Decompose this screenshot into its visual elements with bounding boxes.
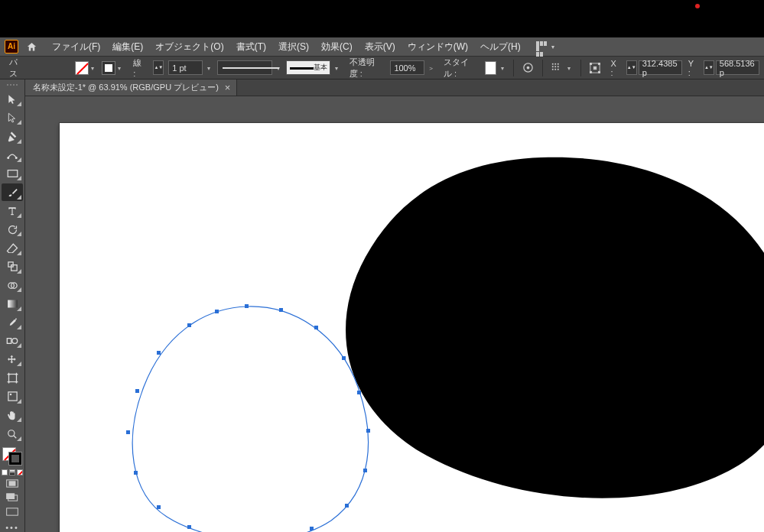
transform-anchor-icon[interactable] xyxy=(589,60,602,76)
opacity-popup-arrow-icon[interactable]: > xyxy=(429,65,434,71)
stroke-weight-field[interactable]: 1 pt xyxy=(168,60,203,75)
color-mode-gradient-icon[interactable] xyxy=(9,469,15,475)
menu-help[interactable]: ヘルプ(H) xyxy=(474,37,527,56)
stroke-dropdown-arrow-icon[interactable]: ▾ xyxy=(118,65,124,71)
x-coord-field[interactable]: 312.4385 p xyxy=(639,60,682,75)
gradient-tool[interactable] xyxy=(2,295,23,312)
stroke-swatch-group: ▾ xyxy=(102,61,124,75)
fill-swatch-group: ▾ xyxy=(75,61,97,75)
selected-outline-shape[interactable] xyxy=(117,299,377,532)
black-blob-shape[interactable] xyxy=(312,150,764,509)
blend-tool[interactable] xyxy=(2,332,23,349)
document-area: 名称未設定-1* @ 63.91% (RGB/GPU プレビュー) × xyxy=(25,79,764,532)
selection-tool[interactable] xyxy=(2,91,23,108)
symbol-sprayer-tool[interactable] xyxy=(2,351,23,368)
fill-dropdown-arrow-icon[interactable]: ▾ xyxy=(91,65,97,71)
y-coord-stepper[interactable]: ▲▼ xyxy=(704,60,714,75)
stroke-weight-value: 1 pt xyxy=(172,63,186,73)
menu-effect[interactable]: 効果(C) xyxy=(315,37,359,56)
menu-file[interactable]: ファイル(F) xyxy=(46,37,106,56)
slice-tool[interactable] xyxy=(2,388,23,405)
x-coord-label: X : xyxy=(606,59,625,77)
eraser-tool[interactable] xyxy=(2,239,23,256)
workspace-switcher-icon[interactable] xyxy=(536,41,548,52)
direct-selection-tool[interactable] xyxy=(2,109,23,126)
control-bar: パス ▾ ▾ 線 : ▲▼ 1 pt ▾ ▾ 基本 ▾ 不透明度 : 100% … xyxy=(0,56,764,79)
align-panel-icon[interactable] xyxy=(551,60,564,76)
svg-rect-38 xyxy=(314,326,318,329)
eyedropper-tool[interactable] xyxy=(2,314,23,331)
draw-normal-mode-icon[interactable] xyxy=(2,477,22,490)
draw-behind-mode-icon[interactable] xyxy=(2,491,22,504)
svg-rect-5 xyxy=(552,66,554,67)
style-dropdown-arrow-icon[interactable]: ▾ xyxy=(501,65,506,71)
svg-rect-49 xyxy=(134,471,138,475)
artboard[interactable] xyxy=(60,123,764,532)
selection-type-label: パス xyxy=(5,57,28,79)
svg-rect-12 xyxy=(590,63,592,65)
hand-tool[interactable] xyxy=(2,407,23,423)
artboard-tool[interactable] xyxy=(2,369,23,386)
svg-rect-41 xyxy=(366,429,370,433)
svg-rect-6 xyxy=(554,66,556,67)
window-close-indicator[interactable] xyxy=(695,4,700,8)
type-tool[interactable] xyxy=(2,203,23,219)
svg-rect-54 xyxy=(215,310,219,313)
recolor-artwork-icon[interactable] xyxy=(522,60,535,76)
svg-rect-50 xyxy=(126,430,130,434)
edit-toolbar-icon[interactable]: ••• xyxy=(5,523,19,532)
fill-swatch[interactable] xyxy=(75,61,89,75)
stroke-weight-stepper[interactable]: ▲▼ xyxy=(153,60,164,75)
menu-edit[interactable]: 編集(E) xyxy=(106,37,149,56)
brush-definition-dropdown[interactable]: 基本 xyxy=(286,60,330,75)
paintbrush-tool[interactable] xyxy=(2,183,23,200)
rotate-tool[interactable] xyxy=(2,221,23,238)
svg-point-29 xyxy=(10,394,11,395)
svg-rect-21 xyxy=(11,265,17,271)
svg-rect-48 xyxy=(157,505,161,509)
color-mode-none-icon[interactable] xyxy=(17,469,23,475)
svg-rect-24 xyxy=(8,300,18,307)
menu-object[interactable]: オブジェクト(O) xyxy=(149,37,229,56)
zoom-tool[interactable] xyxy=(2,425,23,442)
opacity-field[interactable]: 100% xyxy=(390,60,424,75)
fill-stroke-indicator[interactable] xyxy=(2,447,22,466)
svg-rect-28 xyxy=(8,392,16,401)
menu-type[interactable]: 書式(T) xyxy=(230,37,272,56)
svg-point-17 xyxy=(8,157,9,158)
brush-definition-arrow-icon[interactable]: ▾ xyxy=(335,65,340,71)
menu-bar: Ai ファイル(F) 編集(E) オブジェクト(O) 書式(T) 選択(S) 効… xyxy=(0,37,764,56)
color-mode-row xyxy=(2,469,23,475)
svg-rect-9 xyxy=(554,68,556,70)
canvas-viewport[interactable] xyxy=(25,96,764,532)
scale-tool[interactable] xyxy=(2,258,23,275)
workspace-switcher-arrow-icon[interactable]: ▾ xyxy=(551,44,554,50)
screen-mode-icon[interactable] xyxy=(2,505,22,518)
stroke-swatch[interactable] xyxy=(102,61,115,75)
svg-rect-44 xyxy=(310,527,314,530)
stroke-weight-dropdown-icon[interactable]: ▾ xyxy=(207,65,213,71)
align-popup-arrow-icon[interactable]: ▾ xyxy=(567,65,573,71)
stroke-indicator-icon[interactable] xyxy=(8,452,22,466)
pen-tool[interactable] xyxy=(2,128,23,144)
svg-rect-32 xyxy=(9,482,15,485)
menu-view[interactable]: 表示(V) xyxy=(359,37,402,56)
document-tab[interactable]: 名称未設定-1* @ 63.91% (RGB/GPU プレビュー) × xyxy=(25,79,237,96)
graphic-style-swatch[interactable] xyxy=(485,61,496,75)
color-mode-solid-icon[interactable] xyxy=(2,469,8,475)
rectangle-tool[interactable] xyxy=(2,165,23,182)
menu-window[interactable]: ウィンドウ(W) xyxy=(402,37,474,56)
close-tab-icon[interactable]: × xyxy=(225,82,231,93)
y-coord-field[interactable]: 568.5136 p xyxy=(716,60,759,75)
svg-rect-13 xyxy=(599,63,601,65)
svg-rect-52 xyxy=(157,351,161,355)
stroke-profile-dropdown[interactable] xyxy=(217,60,272,75)
shape-builder-tool[interactable] xyxy=(2,277,23,294)
svg-rect-15 xyxy=(599,71,601,73)
home-icon[interactable] xyxy=(24,40,38,54)
panel-drag-handle-icon[interactable] xyxy=(5,84,20,86)
svg-rect-27 xyxy=(8,375,16,382)
curvature-tool[interactable] xyxy=(2,147,23,164)
x-coord-stepper[interactable]: ▲▼ xyxy=(626,60,637,75)
menu-select[interactable]: 選択(S) xyxy=(272,37,315,56)
